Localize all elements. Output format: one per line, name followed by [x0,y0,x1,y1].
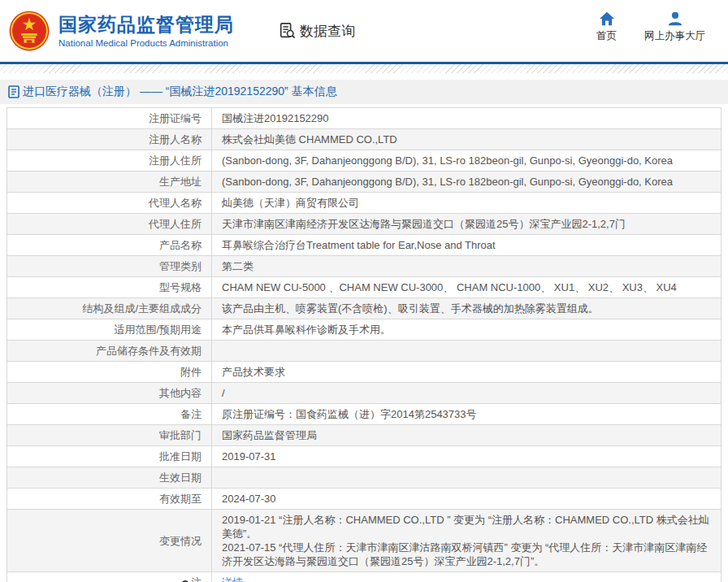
info-table-wrap: 注册证编号国械注进20192152290注册人名称株式会社灿美德 CHAMMED… [6,107,722,582]
row-value: 该产品由主机、喷雾装置(不含喷枪)、吸引装置、手术器械的加热除雾装置组成。 [212,298,722,319]
row-label: 注册人住所 [7,150,212,172]
row-label: 产品名称 [7,235,212,256]
row-label: 注 [7,572,212,582]
row-value: 灿美德（天津）商贸有限公司 [212,193,722,214]
table-row: 注册证编号国械注进20192152290 [7,108,722,129]
row-label: 代理人住所 [7,214,212,235]
row-label-text: 代理人住所 [149,218,202,230]
home-icon [599,11,615,26]
row-label-text: 生产地址 [159,176,202,188]
row-label: 生产地址 [7,172,212,193]
row-value: 原注册证编号：国食药监械（进）字2014第2543733号 [212,404,722,425]
nav-home-label: 首页 [596,29,617,43]
table-row: 注册人名称株式会社灿美德 CHAMMED CO.,LTD [7,129,722,150]
site-header: 国家药品监督管理局 National Medical Products Admi… [0,0,728,62]
row-value [212,467,722,489]
row-label: 注册人名称 [7,129,212,150]
table-row: 其他内容/ [7,383,722,404]
row-label: 生效日期 [7,467,212,489]
nav-service-hall[interactable]: 网上办事大厅 [644,11,705,43]
top-nav: 首页 网上办事大厅 [596,11,705,43]
row-label: 有效期至 [7,489,212,510]
document-search-icon [279,22,297,40]
row-value: 耳鼻喉综合治疗台Treatment table for Ear,Nose and… [212,235,722,256]
breadcrumb: 进口医疗器械（注册） —— “国械注进20192152290” 基本信息 [8,85,337,99]
table-row: 适用范围/预期用途本产品供耳鼻喉科作诊断及手术用。 [7,319,722,341]
info-table: 注册证编号国械注进20192152290注册人名称株式会社灿美德 CHAMMED… [6,107,722,582]
row-value: 产品技术要求 [212,362,722,383]
row-label: 产品储存条件及有效期 [7,341,212,362]
row-label: 适用范围/预期用途 [7,319,212,341]
nav-home[interactable]: 首页 [596,11,617,43]
table-row: 批准日期2019-07-31 [7,446,722,467]
table-row: 产品储存条件及有效期 [7,341,722,362]
table-row: 备注原注册证编号：国食药监械（进）字2014第2543733号 [7,404,722,425]
row-label: 其他内容 [7,383,212,404]
row-value: (Sanbon-dong, 3F, Dahanjeonggong B/D), 3… [212,150,722,172]
row-value: 第二类 [212,256,722,277]
national-emblem-icon [8,10,50,52]
table-row: 注册人住所(Sanbon-dong, 3F, Dahanjeonggong B/… [7,150,722,172]
table-row: 结构及组成/主要组成成分该产品由主机、喷雾装置(不含喷枪)、吸引装置、手术器械的… [7,298,722,319]
row-label: 变更情况 [7,510,212,572]
table-row: 生效日期 [7,467,722,489]
table-row: 变更情况2019-01-21 “注册人名称：CHAMMED CO.,LTD ” … [7,510,722,572]
page: 国家药品监督管理局 National Medical Products Admi… [0,0,728,582]
table-row: 管理类别第二类 [7,256,722,277]
row-value: 国家药品监督管理局 [212,425,722,446]
row-label-text: 附件 [180,366,202,378]
row-value: 2024-07-30 [212,489,722,510]
data-query-label: 数据查询 [300,22,355,41]
row-value: 国械注进20192152290 [212,108,722,129]
table-row: 注详情 [7,572,722,582]
row-label-text: 代理人名称 [149,197,202,209]
row-label: 结构及组成/主要组成成分 [7,298,212,319]
row-label-text: 备注 [180,408,202,420]
table-row: 代理人名称灿美德（天津）商贸有限公司 [7,193,722,214]
info-table-body: 注册证编号国械注进20192152290注册人名称株式会社灿美德 CHAMMED… [7,108,722,582]
table-row: 代理人住所天津市津南区津南经济开发区达海路与聚园道交口（聚园道25号）深宝产业园… [7,214,722,235]
row-label: 管理类别 [7,256,212,277]
row-label-text: 型号规格 [159,281,202,293]
row-label-text: 管理类别 [159,260,202,272]
row-label-text: 批准日期 [159,450,202,463]
row-label: 注册证编号 [7,108,212,129]
table-row: 产品名称耳鼻喉综合治疗台Treatment table for Ear,Nose… [7,235,722,256]
row-label-text: 结构及组成/主要组成成分 [82,302,202,315]
logo: 国家药品监督管理局 National Medical Products Admi… [8,10,234,52]
row-label-text: 适用范围/预期用途 [114,324,202,336]
logo-text: 国家药品监督管理局 National Medical Products Admi… [58,14,234,48]
row-value: (Sanbon-dong, 3F, Dahanjeonggong B/D), 3… [212,172,722,193]
row-value: / [212,383,722,404]
row-label: 附件 [7,362,212,383]
row-label-text: 有效期至 [159,493,202,505]
row-label-text: 变更情况 [159,535,202,547]
row-label-text: 产品储存条件及有效期 [96,345,202,357]
site-title: 国家药品监督管理局 [58,14,234,37]
row-label-text: 产品名称 [159,239,202,251]
row-label-text: 生效日期 [159,471,202,484]
data-query-nav[interactable]: 数据查询 [279,22,355,41]
table-row: 生产地址(Sanbon-dong, 3F, Dahanjeonggong B/D… [7,172,722,193]
row-value [212,341,722,362]
row-label-text: 其他内容 [159,387,202,399]
hatch-band [0,64,728,73]
row-label: 审批部门 [7,425,212,446]
row-label-text: 注册证编号 [149,112,202,124]
breadcrumb-text: 进口医疗器械（注册） —— “国械注进20192152290” 基本信息 [23,85,337,99]
row-value: 详情 [212,572,722,582]
row-value: 株式会社灿美德 CHAMMED CO.,LTD [212,129,722,150]
breadcrumb-band: 进口医疗器械（注册） —— “国械注进20192152290” 基本信息 [0,80,728,104]
person-icon [667,11,683,26]
row-value: 2019-01-21 “注册人名称：CHAMMED CO.,LTD ” 变更为 … [212,510,722,572]
nav-service-hall-label: 网上办事大厅 [644,29,705,43]
document-icon [8,85,20,98]
table-row: 有效期至2024-07-30 [7,489,722,510]
row-label: 备注 [7,404,212,425]
row-value: 2019-07-31 [212,446,722,467]
row-value: CHAM NEW CU-5000 、CHAM NEW CU-3000、 CHAM… [212,277,722,298]
table-row: 型号规格CHAM NEW CU-5000 、CHAM NEW CU-3000、 … [7,277,722,298]
detail-link[interactable]: 详情 [222,576,243,582]
row-label: 批准日期 [7,446,212,467]
row-label: 型号规格 [7,277,212,298]
